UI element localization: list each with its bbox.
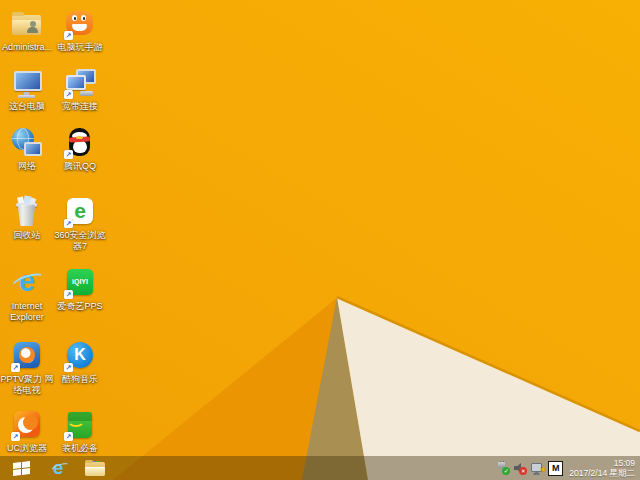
computer-icon [10,66,44,100]
volume-muted-icon[interactable]: ✕ [514,461,527,475]
desktop-icon-pc-mobile-games[interactable]: ↗ 电脑玩手游 [51,7,109,53]
desktop-icon-software-essentials[interactable]: ↗ 装机必备 [51,408,109,454]
internet-explorer-icon: e [10,266,44,300]
desktop-icon-label: 腾讯QQ [51,161,109,172]
network-status-icon[interactable]: * [531,461,544,475]
shortcut-arrow-icon: ↗ [64,90,73,99]
taskbar-file-explorer-button[interactable] [83,457,107,479]
internet-explorer-icon: e [53,458,64,478]
windows-logo-icon [13,461,30,476]
recycle-bin-icon [10,195,44,229]
clock-time: 15:09 [569,458,635,468]
desktop-icon-label: 回收站 [0,230,56,241]
taskbar-internet-explorer-button[interactable]: e [46,457,70,479]
desktop-icon-label: UC浏览器 [0,443,56,454]
shortcut-arrow-icon: ↗ [64,31,73,40]
desktop-icon-label: 360安全浏览器7 [51,230,109,252]
monster-game-icon: ↗ [63,7,97,41]
desktop-icon-internet-explorer[interactable]: e Internet Explorer [0,266,56,323]
clock-date: 2017/2/14 星期二 [569,468,635,478]
desktop-icon-broadband-connection[interactable]: ↗ 宽带连接 [51,66,109,112]
iqiyi-icon: iQIYI ↗ [63,266,97,300]
desktop-icon-pptv[interactable]: ↗ PPTV聚力 网络电视 [0,339,56,396]
desktop-icon-label: 爱奇艺PPS [51,301,109,312]
desktop-icon-network[interactable]: 网络 [0,126,56,172]
shortcut-arrow-icon: ↗ [64,219,73,228]
desktop-icon-this-pc[interactable]: 这台电脑 [0,66,56,112]
desktop-icon-360-safe-browser[interactable]: e ↗ 360安全浏览器7 [51,195,109,252]
desktop-icon-label: 宽带连接 [51,101,109,112]
qq-penguin-icon: ↗ [63,126,97,160]
start-button[interactable] [9,457,33,479]
desktop-icon-label: 这台电脑 [0,101,56,112]
kugou-icon: K ↗ [63,339,97,373]
broadband-icon: ↗ [63,66,97,100]
shortcut-arrow-icon: ↗ [64,150,73,159]
taskbar: e ✓ ✕ * M 15:09 2017/2/14 星期二 [0,456,640,480]
shortcut-arrow-icon: ↗ [64,290,73,299]
network-globe-icon [10,126,44,160]
desktop-icon-iqiyi-pps[interactable]: iQIYI ↗ 爱奇艺PPS [51,266,109,312]
shortcut-arrow-icon: ↗ [64,432,73,441]
desktop-icon-label: 酷狗音乐 [51,374,109,385]
file-explorer-icon [85,461,105,476]
taskbar-left: e [0,456,107,480]
pptv-icon: ↗ [10,339,44,373]
desktop-icon-label: 装机必备 [51,443,109,454]
desktop-icon-label: 电脑玩手游 [51,42,109,53]
ime-indicator[interactable]: M [548,461,563,476]
desktop-icon-kugou-music[interactable]: K ↗ 酷狗音乐 [51,339,109,385]
360-browser-icon: e ↗ [63,195,97,229]
shopping-bag-icon: ↗ [63,408,97,442]
system-tray: ✓ ✕ * M 15:09 2017/2/14 星期二 [497,456,638,480]
taskbar-clock[interactable]: 15:09 2017/2/14 星期二 [567,458,638,478]
desktop-icon-recycle-bin[interactable]: 回收站 [0,195,56,241]
shortcut-arrow-icon: ↗ [64,363,73,372]
desktop-icon-administrator[interactable]: Administra... [0,7,56,53]
shortcut-arrow-icon: ↗ [11,363,20,372]
desktop-icon-label: Internet Explorer [0,301,56,323]
shortcut-arrow-icon: ↗ [11,432,20,441]
desktop-icon-tencent-qq[interactable]: ↗ 腾讯QQ [51,126,109,172]
user-folder-icon [10,7,44,41]
uc-browser-icon: ↗ [10,408,44,442]
usb-safely-remove-icon[interactable]: ✓ [497,461,510,475]
desktop-icon-uc-browser[interactable]: ↗ UC浏览器 [0,408,56,454]
desktop-icon-label: Administra... [0,42,56,53]
desktop-icon-label: 网络 [0,161,56,172]
desktop-icon-label: PPTV聚力 网络电视 [0,374,56,396]
